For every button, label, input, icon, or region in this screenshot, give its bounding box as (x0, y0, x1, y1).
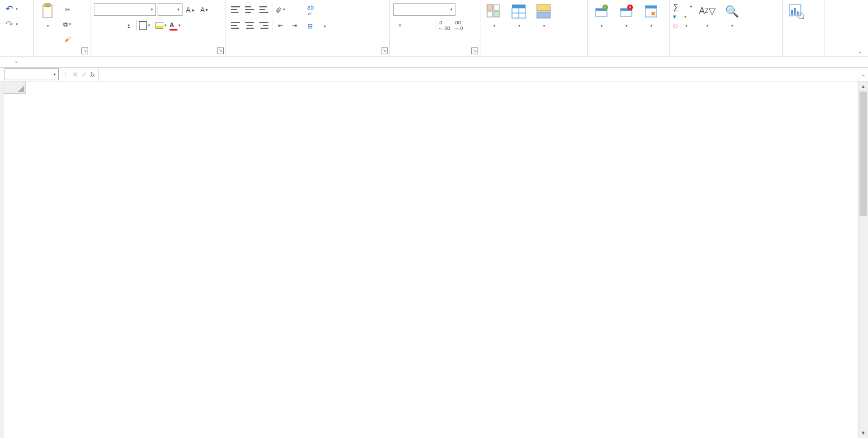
select-all-corner[interactable] (3, 81, 26, 94)
align-top-button[interactable] (229, 3, 242, 16)
merge-center-button[interactable]: ⊞ ▾ (305, 21, 328, 31)
svg-rect-3 (494, 5, 500, 10)
italic-button[interactable] (108, 19, 120, 32)
svg-rect-2 (487, 5, 493, 10)
svg-rect-5 (494, 11, 500, 17)
ribbon: ↶▾ ↷▾ ▾ ✂ ⧉▾ 🖌 ↘ ▾ ▾ A▲ A▼ (0, 0, 868, 57)
group-number: ▾ ▾ .0←.00 .00→.0 ↘ (390, 0, 480, 56)
paste-button[interactable]: ▾ (36, 1, 59, 31)
group-label-cells (590, 55, 667, 56)
group-alignment: ab▾ ⇤ ⇥ ab↵ ⊞ ▾ ↘ (226, 0, 390, 56)
align-middle-icon (245, 6, 254, 13)
fill-color-button[interactable]: ▾ (155, 19, 167, 32)
align-center-button[interactable] (244, 19, 256, 32)
decrease-indent-button[interactable]: ⇤ (274, 19, 287, 32)
group-label-styles (483, 55, 585, 56)
table-icon (510, 2, 528, 20)
format-painter-button[interactable]: 🖌 (61, 33, 73, 45)
eraser-icon: ◇ (673, 22, 678, 29)
group-label-undo (2, 55, 31, 56)
align-middle-button[interactable] (244, 3, 256, 16)
svg-rect-1 (45, 3, 50, 7)
enter-formula-button[interactable]: ✓ (81, 71, 87, 79)
group-label-clipboard (36, 55, 88, 56)
wrap-text-button[interactable]: ab↵ (305, 3, 328, 18)
cancel-formula-button[interactable]: ✕ (72, 71, 78, 79)
align-left-button[interactable] (229, 19, 242, 32)
borders-button[interactable]: ▾ (138, 19, 151, 32)
shrink-font-button[interactable]: A▼ (198, 3, 211, 16)
analyze-data-button[interactable] (785, 1, 808, 23)
cut-icon: ✂ (65, 6, 70, 14)
find-select-button[interactable]: 🔍▾ (721, 1, 743, 31)
number-format-combo[interactable]: ▾ (393, 3, 455, 16)
bold-button[interactable] (94, 19, 106, 32)
scroll-thumb[interactable] (860, 92, 867, 216)
group-cells: +▾ ×▾ ▾ (588, 0, 670, 56)
increase-indent-button[interactable]: ⇥ (288, 19, 301, 32)
font-name-combo[interactable]: ▾ (94, 3, 156, 16)
comma-button[interactable] (422, 19, 434, 32)
chevron-down-icon[interactable]: ⌄ (14, 58, 19, 64)
svg-rect-23 (791, 10, 793, 15)
decrease-decimal-button[interactable]: .00→.0 (452, 19, 465, 32)
svg-line-27 (802, 18, 804, 19)
insert-icon: + (592, 2, 610, 20)
expand-formula-bar-button[interactable]: ⌄ (858, 68, 868, 81)
delete-cells-button[interactable]: ×▾ (615, 1, 637, 31)
group-styles: ▾ ▾ ▾ (480, 0, 588, 56)
group-analysis (783, 0, 825, 56)
ribbon-collapse-strip: ⌄ (0, 57, 868, 68)
increase-decimal-button[interactable]: .0←.00 (438, 19, 450, 32)
clear-button[interactable]: ◇ ▾ (673, 22, 692, 29)
indent-icon: ⇥ (292, 22, 297, 29)
copy-button[interactable]: ⧉▾ (61, 18, 73, 31)
collapse-ribbon-button[interactable]: ⌄ (858, 48, 862, 54)
format-as-table-button[interactable]: ▾ (507, 1, 530, 31)
scroll-up-button[interactable]: ▲ (858, 81, 868, 92)
align-right-button[interactable] (258, 19, 270, 32)
alignment-dialog-launcher[interactable]: ↘ (381, 47, 388, 54)
redo-button[interactable]: ↷▾ (6, 19, 18, 29)
underline-button[interactable]: ▾ (122, 19, 134, 32)
grow-font-button[interactable]: A▲ (184, 3, 197, 16)
border-icon (139, 21, 147, 30)
clipboard-dialog-launcher[interactable]: ↘ (81, 47, 88, 54)
name-box[interactable]: ▾ (5, 68, 59, 80)
undo-button[interactable]: ↶▾ (6, 3, 18, 14)
paste-icon (38, 2, 57, 20)
sort-filter-button[interactable]: AZ▽▾ (696, 1, 718, 31)
cut-button[interactable]: ✂ (61, 3, 73, 16)
accounting-button[interactable]: ▾ (393, 19, 406, 32)
brush-icon: 🖌 (64, 36, 71, 42)
number-dialog-launcher[interactable]: ↘ (471, 47, 478, 54)
conditional-formatting-button[interactable]: ▾ (483, 1, 505, 31)
insert-cells-button[interactable]: +▾ (590, 1, 613, 31)
font-size-combo[interactable]: ▾ (158, 3, 183, 16)
align-bottom-button[interactable] (258, 3, 270, 16)
merge-icon: ⊞ (307, 23, 313, 30)
orientation-button[interactable]: ab▾ (274, 3, 287, 16)
font-dialog-launcher[interactable]: ↘ (217, 47, 224, 54)
fx-button[interactable]: fx (90, 71, 95, 79)
cell-styles-button[interactable]: ▾ (532, 1, 555, 31)
formula-input[interactable] (99, 68, 858, 81)
copy-icon: ⧉ (63, 21, 68, 28)
scroll-down-button[interactable]: ▼ (858, 428, 868, 438)
sigma-icon: ∑ (673, 2, 679, 11)
group-label-alignment (228, 55, 387, 56)
percent-button[interactable] (407, 19, 420, 32)
align-left-icon (231, 22, 240, 29)
cond-fmt-icon (485, 2, 503, 20)
undo-icon: ↶ (6, 3, 13, 14)
autosum-button[interactable]: ∑ ▾ (673, 2, 692, 11)
group-label-number (392, 55, 478, 56)
svg-rect-21 (645, 6, 657, 8)
orientation-icon: ab (274, 5, 283, 14)
vertical-scrollbar[interactable]: ▲ ▼ (858, 81, 868, 438)
fill-button[interactable]: ▾ ▾ (673, 13, 692, 20)
svg-rect-4 (487, 11, 493, 17)
format-cells-button[interactable]: ▾ (640, 1, 662, 31)
font-color-button[interactable]: ▾ (169, 19, 181, 32)
align-bottom-icon (259, 6, 268, 13)
